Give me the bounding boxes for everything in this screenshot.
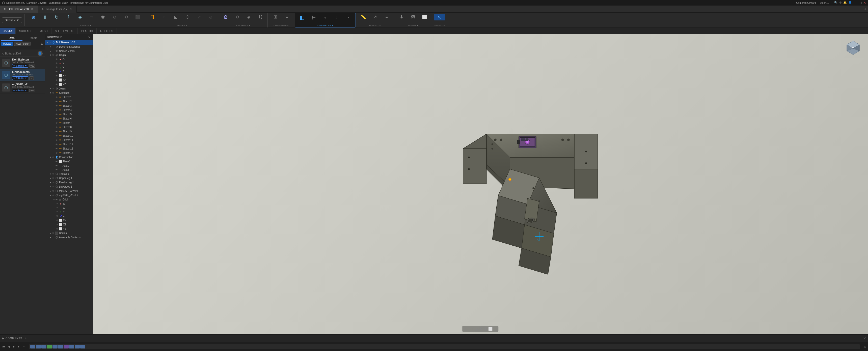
scale-button[interactable]: ⤢: [193, 14, 205, 20]
home-nav-icon[interactable]: ⌂: [464, 327, 466, 331]
timeline-step-3[interactable]: [41, 345, 46, 349]
tab-linkage-tests[interactable]: ⬡ LinkageTests v17 ✕: [38, 5, 77, 12]
browser-tree[interactable]: ▼ 👁 ⬡ DollSkeleton v20 ▶ 👁 ⚙ Document Se…: [45, 40, 93, 334]
tree-item-sketch5[interactable]: ▶ 👁 ✏ Sketch5: [52, 112, 93, 117]
sidebar-tab-data[interactable]: Data: [1, 35, 23, 41]
maximize-button[interactable]: □: [860, 1, 862, 5]
comments-add-icon[interactable]: +: [25, 337, 27, 340]
parameter-table-button[interactable]: ⊞: [270, 14, 281, 20]
editable-badge-2[interactable]: ✏ Editable ▼: [12, 76, 28, 80]
tree-item-lower-leg[interactable]: ▶ 👁 ⬡ LowerLeg 1: [45, 185, 93, 189]
tree-eye-origin[interactable]: 👁: [52, 54, 55, 57]
rib-button[interactable]: ▭: [86, 14, 97, 20]
new-folder-button[interactable]: New Folder: [14, 42, 31, 46]
tree-item-mg996r-x[interactable]: 👁 → X: [56, 206, 93, 210]
ws-tab-solid[interactable]: SOLID: [0, 28, 16, 34]
tree-item-yz[interactable]: ▶ 👁 ⬜ YZ: [52, 82, 93, 87]
tree-item-mg996r-o[interactable]: 👁 ● O: [56, 202, 93, 206]
tree-item-sketch4[interactable]: ▶ 👁 ✏ Sketch4: [52, 108, 93, 112]
fillet-button[interactable]: ◜: [159, 14, 170, 20]
tree-item-assembly-contexts[interactable]: ▶ 👁 ⬡ Assembly Contexts: [45, 235, 93, 240]
measure-button[interactable]: 📏: [358, 14, 369, 20]
tree-item-axis1[interactable]: ▶ 👁 — Axis1: [52, 164, 93, 168]
layout-icon[interactable]: ⊞: [864, 7, 866, 10]
tree-item-sketch13[interactable]: ▶ 👁 ✏ Sketch13: [52, 147, 93, 151]
orbit-nav-icon[interactable]: ↻: [476, 327, 479, 331]
tree-item-y[interactable]: ▶ 👁 ↑ Y: [52, 65, 93, 69]
design-mode-dropdown[interactable]: DESIGN ▼: [2, 18, 22, 23]
ws-tab-utilities[interactable]: UTILITIES: [97, 28, 117, 34]
select-button[interactable]: ↖: [434, 14, 445, 21]
tree-item-named-views[interactable]: ▶ 👁 👁 Named Views: [45, 49, 93, 53]
tree-item-sketch3[interactable]: ▶ 👁 ✏ Sketch3: [52, 104, 93, 108]
close-button[interactable]: ✕: [863, 1, 866, 5]
timeline-step-10[interactable]: [80, 345, 85, 349]
tree-item-mg996r-xy[interactable]: 👁 ⬜ XY: [56, 218, 93, 222]
tree-item-sketch7[interactable]: ▶ 👁 ✏ Sketch7: [52, 121, 93, 125]
comments-close-icon[interactable]: ✕: [863, 337, 866, 340]
minimize-button[interactable]: ─: [856, 1, 858, 5]
timeline-track[interactable]: [29, 344, 860, 349]
thread-button[interactable]: ⚙: [121, 14, 132, 20]
tree-item-sketch14[interactable]: ▶ 👁 ✏ Sketch14: [52, 151, 93, 155]
axis-button[interactable]: ↕: [331, 14, 342, 20]
sweep-button[interactable]: ⤴: [63, 14, 74, 21]
pan-nav-icon[interactable]: ✥: [480, 327, 483, 331]
midplane-button[interactable]: ⬦: [320, 14, 331, 20]
as-built-joint-button[interactable]: ⚙: [231, 14, 243, 20]
tree-item-origin[interactable]: ▼ 👁 ◎ Origin: [45, 53, 93, 57]
tree-item-o[interactable]: ▶ 👁 ● O: [52, 57, 93, 61]
tree-item-dollskeleton[interactable]: ▼ 👁 ⬡ DollSkeleton v20: [45, 40, 93, 44]
extrude-button[interactable]: ⬆: [39, 14, 51, 21]
tree-item-mg996r-origin[interactable]: ▼ 👁 ◎ Origin: [52, 197, 93, 202]
timeline-step-4[interactable]: [47, 345, 52, 349]
timeline-step-9[interactable]: [75, 345, 80, 349]
tree-item-xz[interactable]: ▶ 👁 ⬜ XZ: [52, 78, 93, 82]
loft-button[interactable]: ◈: [74, 14, 85, 21]
project-item-dollskeleton[interactable]: ⬡ DollSkeleton 10/29/2024 10:06 AM ✏ Edi…: [0, 57, 45, 69]
search-icon[interactable]: 🔍: [834, 1, 838, 5]
sidebar-settings-icon[interactable]: ⚙: [41, 42, 44, 45]
settings-icon[interactable]: ⚙: [839, 1, 842, 5]
tree-item-sketch12[interactable]: ▶ 👁 ✏ Sketch12: [52, 142, 93, 147]
insert-derive-button[interactable]: ⬇: [396, 14, 407, 20]
tree-item-mg996r-v1-2[interactable]: ▼ 👁 ⬡ mg996R_v2 v1:2: [45, 193, 93, 197]
grid-nav-icon[interactable]: ⊞: [494, 327, 497, 331]
timeline-step-6[interactable]: [58, 345, 63, 349]
box-button[interactable]: ⬛: [132, 14, 143, 20]
viewport-3d[interactable]: TOP ⌂ ⊡ ⊕ ↻ ✥ 👁 ⬜ ⊞: [93, 34, 868, 334]
tree-item-sketch11[interactable]: ▶ 👁 ✏ Sketch11: [52, 138, 93, 142]
project-item-mg996r[interactable]: ⬡ mg996R_v2 10/19/2024 10:05 AM ✏ Editab…: [0, 82, 45, 94]
combine-button[interactable]: ⊕: [205, 14, 216, 20]
chamfer-button[interactable]: ◣: [170, 14, 181, 20]
press-pull-button[interactable]: ⇅: [147, 14, 158, 21]
ws-tab-sheet-metal[interactable]: SHEET METAL: [52, 28, 78, 34]
new-component-button[interactable]: ⊕: [28, 14, 39, 21]
tree-item-z[interactable]: ▶ 👁 ↗ Z: [52, 69, 93, 74]
hole-button[interactable]: ⊙: [109, 14, 120, 20]
ws-tab-mesh[interactable]: MESH: [36, 28, 52, 34]
viewport[interactable]: BROWSER ✕ ▼ 👁 ⬡ DollSkeleton v20 ▶ 👁 ⚙ D…: [45, 34, 868, 334]
timeline-step-2[interactable]: [36, 345, 41, 349]
canvas-button[interactable]: ⬜: [419, 14, 430, 20]
tree-item-xy[interactable]: ▶ 👁 ⬜ XY: [52, 74, 93, 78]
viewcube[interactable]: TOP: [844, 38, 862, 56]
tree-item-parallel-leg[interactable]: ▶ 👁 ⬡ ParallelLeg 1: [45, 180, 93, 185]
sidebar-tab-people[interactable]: People: [23, 35, 44, 41]
comments-chevron-icon[interactable]: ▶: [2, 337, 4, 340]
notifications-icon[interactable]: 🔔: [843, 1, 847, 5]
ws-tab-plastic[interactable]: PLASTIC: [78, 28, 97, 34]
tree-item-sketch9[interactable]: ▶ 👁 ✏ Sketch9: [52, 129, 93, 134]
tree-item-axis2[interactable]: ▶ 👁 — Axis2: [52, 168, 93, 172]
tab-close-icon-2[interactable]: ✕: [69, 7, 72, 11]
browser-close-icon[interactable]: ✕: [88, 36, 91, 39]
tree-item-sketch1[interactable]: ▶ 👁 ✏ Sketch1: [52, 95, 93, 99]
tree-item-upper-leg[interactable]: ▶ 👁 ⬡ UpperLeg 1: [45, 176, 93, 180]
tree-item-sketch6[interactable]: ▶ 👁 ✏ Sketch6: [52, 117, 93, 121]
shell-button[interactable]: ⬡: [182, 14, 193, 20]
tree-item-joints[interactable]: ▶ 👁 ⚙ Joints: [45, 87, 93, 91]
tree-eye-1[interactable]: 👁: [49, 41, 52, 44]
revolve-button[interactable]: ↻: [51, 14, 62, 21]
timeline-next-icon[interactable]: ▶|: [17, 345, 21, 349]
timeline-skip-start-icon[interactable]: ⏮: [1, 345, 6, 349]
